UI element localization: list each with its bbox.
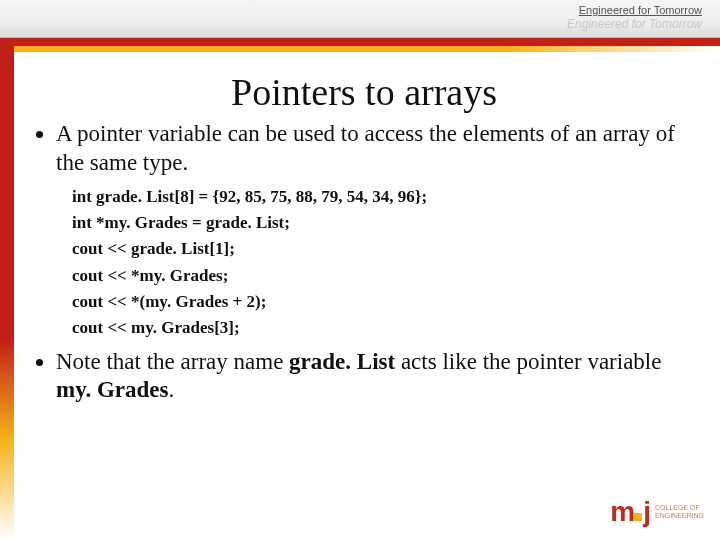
code-line: int *my. Grades = grade. List; <box>72 210 700 236</box>
logo-icon: mj <box>610 496 649 528</box>
code-line: int grade. List[8] = {92, 85, 75, 88, 79… <box>72 184 700 210</box>
bullet-item: A pointer variable can be used to access… <box>56 120 700 178</box>
header-tagline-faded: Engineered for Tomorrow <box>567 17 702 31</box>
code-line: cout << *(my. Grades + 2); <box>72 289 700 315</box>
footer-logo: mj COLLEGE OF ENGINEERING <box>610 496 704 528</box>
bold-text: my. Grades <box>56 377 168 402</box>
bullet-list: Note that the array name grade. List act… <box>28 348 700 406</box>
slide-title: Pointers to arrays <box>28 70 700 114</box>
header-bar: Engineered for Tomorrow Engineered for T… <box>0 0 720 38</box>
code-line: cout << my. Grades[3]; <box>72 315 700 341</box>
logo-text: COLLEGE OF ENGINEERING <box>655 504 704 519</box>
text-span: . <box>168 377 174 402</box>
text-span: acts like the pointer variable <box>395 349 661 374</box>
slide-content: Pointers to arrays A pointer variable ca… <box>28 70 700 409</box>
code-line: cout << grade. List[1]; <box>72 236 700 262</box>
text-span: Note that the array name <box>56 349 289 374</box>
logo-text-line: COLLEGE OF <box>655 504 704 512</box>
bullet-list: A pointer variable can be used to access… <box>28 120 700 178</box>
accent-stripe <box>0 38 720 56</box>
logo-text-line: ENGINEERING <box>655 512 704 520</box>
bold-text: grade. List <box>289 349 395 374</box>
code-block: int grade. List[8] = {92, 85, 75, 88, 79… <box>72 184 700 342</box>
side-accent <box>0 38 14 540</box>
header-tagline: Engineered for Tomorrow <box>579 4 702 16</box>
bullet-item: Note that the array name grade. List act… <box>56 348 700 406</box>
code-line: cout << *my. Grades; <box>72 263 700 289</box>
